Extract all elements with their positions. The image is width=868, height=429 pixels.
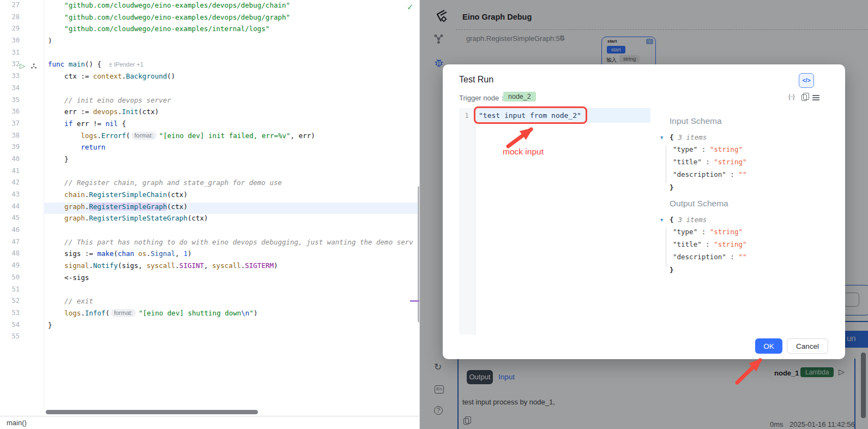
code-line: 53 logs.Infof(format:"[eino dev] shuttin… <box>0 309 420 321</box>
code-text: logs.Infof(format:"[eino dev] shutting d… <box>48 309 420 317</box>
trigger-node-badge[interactable]: node_2 <box>503 92 536 102</box>
line-number[interactable]: 41 <box>0 167 20 175</box>
code-text: // This part has nothing to do with eino… <box>48 238 420 246</box>
line-number: 1 <box>459 111 474 120</box>
line-number[interactable]: 27 <box>0 1 20 9</box>
code-text: } <box>48 155 420 163</box>
code-editor[interactable]: 27 "github.com/cloudwego/eino-examples/d… <box>0 0 420 429</box>
code-line: 43 chain.RegisterSimpleChain(ctx) <box>0 190 420 202</box>
line-number[interactable]: 51 <box>0 285 20 293</box>
open-brace: { <box>670 216 674 224</box>
schema-row: "description" : "" <box>673 253 835 265</box>
format-lines-icon[interactable] <box>812 95 819 96</box>
code-line: 41 <box>0 167 420 179</box>
line-number[interactable]: 50 <box>0 273 20 281</box>
collapse-triangle-icon[interactable]: ▼ <box>660 135 670 140</box>
line-number[interactable]: 39 <box>0 143 20 151</box>
copy-icon[interactable] <box>801 94 807 101</box>
schema-row: "type" : "string" <box>673 145 835 158</box>
code-line: 51 <box>0 285 420 297</box>
profiler-icon[interactable] <box>31 63 37 69</box>
line-number[interactable]: 52 <box>0 297 20 305</box>
modal-title: Test Run <box>459 75 493 85</box>
code-line: 52 // exit <box>0 297 420 309</box>
line-number[interactable]: 32 <box>0 60 20 68</box>
line-number[interactable]: 44 <box>0 202 20 210</box>
run-gutter-icons[interactable]: ▷ <box>20 60 41 72</box>
line-number[interactable]: 37 <box>0 120 20 127</box>
code-line: 44 graph.RegisterSimpleGraph(ctx) <box>0 202 420 214</box>
code-text: // exit <box>48 297 420 305</box>
code-text: ctx := context.Background() <box>48 72 420 80</box>
code-line: 39 return <box>0 143 420 155</box>
code-line: 42 // Register chain, graph and state_gr… <box>0 178 420 190</box>
code-line: 29 "github.com/cloudwego/eino-examples/i… <box>0 25 420 37</box>
editor-horizontal-scrollbar[interactable] <box>46 410 258 414</box>
line-number[interactable]: 48 <box>0 249 20 257</box>
line-number[interactable]: 34 <box>0 84 20 92</box>
mock-input-value[interactable]: "test input from node_2" <box>479 111 581 120</box>
line-number[interactable]: 29 <box>0 25 20 32</box>
line-number[interactable]: 28 <box>0 13 20 21</box>
code-line: 37 if err != nil { <box>0 120 420 132</box>
schema-row: "title" : "string" <box>673 158 835 170</box>
line-number[interactable]: 54 <box>0 321 20 329</box>
code-text: // init eino devops server <box>48 96 420 104</box>
inline-hint-chip: format: <box>131 132 156 140</box>
trigger-node-label: Trigger node： <box>459 93 506 103</box>
run-icon[interactable]: ▷ <box>20 60 25 72</box>
line-number[interactable]: 45 <box>0 214 20 222</box>
code-view-toggle-button[interactable]: </> <box>799 73 814 88</box>
mock-input-editor[interactable]: 1 "test input from node_2" <box>459 108 650 335</box>
code-text: return <box>48 143 420 151</box>
code-line: 27 "github.com/cloudwego/eino-examples/d… <box>0 1 420 13</box>
schema-row: "type" : "string" <box>673 228 835 240</box>
line-number[interactable]: 30 <box>0 37 20 44</box>
code-line: 47 // This part has nothing to do with e… <box>0 238 420 250</box>
code-line: 55 <box>0 332 420 344</box>
items-count: 3 items <box>678 133 707 141</box>
scrollbar-change-marker <box>410 300 420 302</box>
schema-row: "description" : "" <box>673 170 835 183</box>
items-count: 3 items <box>678 216 707 224</box>
code-text: // Register chain, graph and state_graph… <box>48 178 420 187</box>
code-line: 30) <box>0 37 420 49</box>
code-line: 46 <box>0 226 420 238</box>
line-number[interactable]: 35 <box>0 96 20 104</box>
line-number[interactable]: 38 <box>0 132 20 139</box>
braces-icon[interactable]: {··} <box>788 93 794 100</box>
cancel-button[interactable]: Cancel <box>787 338 828 354</box>
code-text: logs.Errorf(format:"[eino dev] init fail… <box>48 132 420 140</box>
line-number[interactable]: 31 <box>0 49 20 56</box>
breadcrumb[interactable]: main() <box>7 419 27 427</box>
line-number[interactable]: 47 <box>0 238 20 246</box>
inline-hint-chip: format: <box>111 309 136 317</box>
code-text: if err != nil { <box>48 120 420 128</box>
line-number[interactable]: 46 <box>0 226 20 234</box>
line-number[interactable]: 36 <box>0 108 20 115</box>
line-number[interactable]: 33 <box>0 72 20 80</box>
code-text: chain.RegisterSimpleChain(ctx) <box>48 190 420 199</box>
code-text: } <box>48 321 420 329</box>
ok-button[interactable]: OK <box>755 338 782 354</box>
line-number[interactable]: 40 <box>0 155 20 163</box>
line-number[interactable]: 42 <box>0 178 20 186</box>
code-text: "github.com/cloudwego/eino-examples/inte… <box>48 25 420 33</box>
code-rows: 27 "github.com/cloudwego/eino-examples/d… <box>0 1 420 344</box>
collapse-triangle-icon[interactable]: ▼ <box>660 217 670 223</box>
code-vision-hint[interactable]: ± IPender +1 <box>109 61 143 68</box>
inspection-ok-icon: ✓ <box>407 2 414 12</box>
schema-title: Input Schema <box>670 116 835 126</box>
line-number[interactable]: 55 <box>0 332 20 340</box>
code-line: 48 sigs := make(chan os.Signal, 1) <box>0 249 420 261</box>
code-line: 35 // init eino devops server <box>0 96 420 108</box>
code-line: 32▷func main() {± IPender +1 <box>0 60 420 72</box>
close-brace: } <box>670 266 835 278</box>
line-number[interactable]: 53 <box>0 309 20 317</box>
code-text: func main() {± IPender +1 <box>48 60 420 68</box>
code-line: 38 logs.Errorf(format:"[eino dev] init f… <box>0 132 420 144</box>
code-text: ) <box>48 37 420 45</box>
code-line: 33 ctx := context.Background() <box>0 72 420 84</box>
line-number[interactable]: 43 <box>0 190 20 198</box>
line-number[interactable]: 49 <box>0 261 20 269</box>
